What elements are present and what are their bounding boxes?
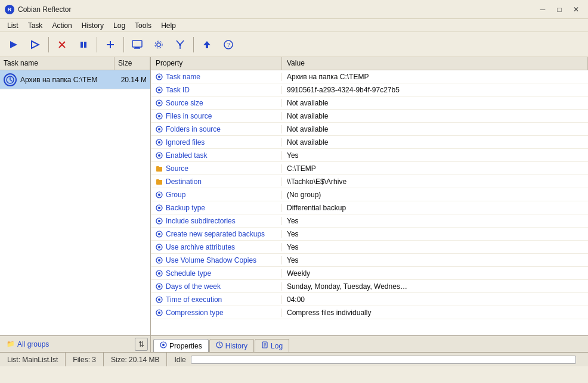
run-button[interactable]	[25, 35, 45, 55]
pause-button[interactable]	[73, 35, 94, 55]
property-cell: Enabled task	[151, 151, 282, 160]
folder-small-icon: 📁	[7, 340, 15, 348]
status-size: Size: 20.14 MB	[104, 353, 167, 366]
app-title: Cobian Reflector	[18, 5, 536, 14]
svg-point-14	[179, 43, 181, 46]
task-list: Архив на папка C:\TEM 20.14 M	[0, 70, 150, 335]
svg-point-38	[158, 220, 160, 222]
svg-point-48	[158, 285, 160, 288]
toolbar-separator	[97, 37, 97, 52]
tab-icon-history	[216, 341, 223, 350]
property-row: Backup type Differential backup	[151, 201, 588, 214]
title-bar: R Cobian Reflector ─ □ ✕	[0, 0, 588, 19]
toolbar: ?	[0, 32, 588, 57]
add-button[interactable]	[100, 35, 120, 55]
property-cell: Compression type	[151, 309, 282, 317]
menu-item-task[interactable]: Task	[23, 20, 48, 31]
svg-point-32	[158, 154, 160, 157]
toolbar-separator-3	[193, 37, 194, 52]
property-cell: Days of the week	[151, 282, 282, 291]
menu-item-help[interactable]: Help	[156, 20, 181, 31]
svg-point-26	[158, 115, 160, 117]
value-cell: Weekly	[282, 269, 588, 278]
svg-point-20	[158, 76, 160, 78]
computer-button[interactable]	[127, 35, 147, 55]
status-bar: List: MainList.lst Files: 3 Size: 20.14 …	[0, 352, 588, 366]
property-row: Days of the week Sunday, Monday, Tuesday…	[151, 280, 588, 293]
all-groups-button[interactable]: 📁 All groups	[2, 338, 53, 350]
property-cell: Schedule type	[151, 269, 282, 278]
prop-row-icon	[156, 139, 163, 146]
maximize-button[interactable]: □	[552, 4, 567, 15]
menu-item-history[interactable]: History	[77, 20, 109, 31]
menu-item-tools[interactable]: Tools	[130, 20, 156, 31]
antenna-button[interactable]	[170, 35, 190, 55]
svg-point-54	[162, 344, 165, 346]
close-button[interactable]: ✕	[569, 4, 583, 15]
menu-item-log[interactable]: Log	[109, 20, 130, 31]
prop-row-icon	[156, 217, 163, 225]
svg-point-42	[158, 246, 160, 248]
task-list-header: Task name Size	[0, 57, 150, 70]
swap-button[interactable]: ⇅	[135, 338, 148, 351]
property-row: Compression type Compress files individu…	[151, 306, 588, 319]
property-row: Source size Not available	[151, 96, 588, 110]
prop-row-icon	[156, 204, 163, 211]
left-bottom-bar: 📁 All groups ⇅	[0, 335, 150, 352]
svg-marker-0	[10, 41, 17, 48]
property-cell: Task name	[151, 73, 282, 81]
property-cell: Time of execution	[151, 295, 282, 304]
tab-log[interactable]: Log	[255, 339, 289, 352]
tab-properties[interactable]: Properties	[153, 339, 209, 352]
status-list: List: MainList.lst	[5, 353, 66, 366]
minimize-button[interactable]: ─	[536, 4, 550, 15]
property-row: Task name Архив на папка C:\TEMP	[151, 70, 588, 83]
help-button[interactable]: ?	[218, 35, 239, 55]
property-cell: Task ID	[151, 86, 282, 94]
property-cell: Group	[151, 191, 282, 199]
property-row: Ignored files Not available	[151, 136, 588, 149]
run-all-button[interactable]	[4, 35, 24, 55]
prop-row-icon	[156, 191, 163, 198]
property-column-header: Property	[151, 57, 282, 70]
tab-icon-properties	[160, 341, 167, 350]
property-row: Files in source Not available	[151, 110, 588, 123]
svg-point-46	[158, 272, 160, 275]
task-name-cell: Архив на папка C:\TEM	[20, 76, 111, 84]
property-cell: Use archive attributes	[151, 243, 282, 251]
svg-point-34	[158, 194, 160, 196]
task-size-cell: 20.14 M	[111, 76, 147, 84]
svg-text:?: ?	[227, 42, 230, 48]
property-cell: Use Volume Shadow Copies	[151, 256, 282, 264]
value-cell: Differential backup	[282, 204, 588, 212]
prop-row-icon	[156, 165, 163, 172]
prop-row-icon	[156, 270, 163, 277]
tab-label: History	[225, 342, 247, 350]
window-controls: ─ □ ✕	[536, 4, 583, 15]
svg-point-24	[158, 102, 160, 104]
tab-history[interactable]: History	[209, 339, 254, 352]
property-row: Group (No group)	[151, 188, 588, 201]
settings-button[interactable]	[148, 35, 169, 55]
task-status-icon	[4, 73, 17, 86]
property-cell: Create new separated backups	[151, 230, 282, 238]
prop-row-icon	[156, 99, 163, 107]
menu-item-action[interactable]: Action	[47, 20, 76, 31]
svg-marker-1	[32, 41, 39, 48]
prop-row-icon	[156, 113, 163, 120]
property-cell: Folders in source	[151, 125, 282, 133]
task-row[interactable]: Архив на папка C:\TEM 20.14 M	[0, 70, 150, 89]
svg-rect-4	[81, 42, 83, 48]
properties-header: Property Value	[151, 57, 588, 70]
property-cell: Ignored files	[151, 138, 282, 147]
stop-button[interactable]	[52, 35, 72, 55]
svg-point-30	[158, 141, 160, 144]
property-row: Folders in source Not available	[151, 123, 588, 136]
menu-item-list[interactable]: List	[2, 20, 23, 31]
app-icon: R	[5, 5, 14, 14]
upload-button[interactable]	[197, 35, 217, 55]
property-cell: Files in source	[151, 112, 282, 120]
status-state-text: Idle	[174, 356, 185, 364]
value-cell: Yes	[282, 151, 588, 160]
property-row: Include subdirectories Yes	[151, 214, 588, 228]
